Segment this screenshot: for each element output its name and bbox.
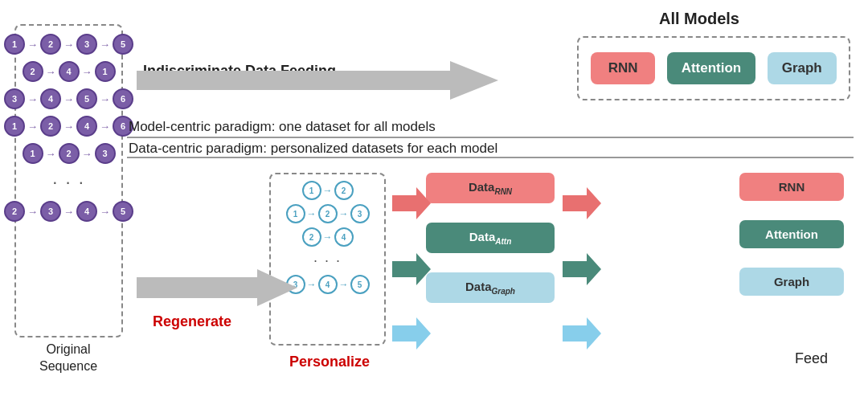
seq-row-6: 2 → 3 → 4 → 5 <box>4 201 133 222</box>
seq-arrow: → <box>100 206 110 218</box>
seq-node: 2 <box>4 201 25 222</box>
arrow-data-rnn-to-model <box>563 187 601 219</box>
p-arrow: → <box>323 185 333 196</box>
top-arrow-area: Indiscriminate Data Feeding <box>135 63 336 83</box>
seq-row-3: 3 → 4 → 5 → 6 <box>4 88 133 109</box>
arrow-to-data-rnn <box>392 187 431 219</box>
seq-arrow: → <box>63 93 74 105</box>
seq-arrow: → <box>27 39 38 51</box>
seq-node: 4 <box>76 116 97 137</box>
all-models-label: All Models <box>659 10 739 28</box>
p-seq-row-1: 1 → 2 <box>302 181 354 200</box>
seq-arrow: → <box>82 148 92 160</box>
model-rnn-box: RNN <box>591 52 655 84</box>
p-seq-row-3: 2 → 4 <box>302 227 354 247</box>
top-models-box: RNN Attention Graph <box>577 36 850 100</box>
seq-arrow: → <box>63 206 74 218</box>
p-node: 2 <box>334 181 354 200</box>
seq-node: 1 <box>4 116 25 137</box>
seq-node: 1 <box>4 34 25 55</box>
seq-node: 5 <box>76 88 97 109</box>
seq-row-5: 1 → 2 → 3 <box>23 143 116 164</box>
main-container: All Models 1 → 2 → 3 → 5 2 → 4 → 1 3 → 4… <box>0 0 868 409</box>
arrow-data-graph-to-model <box>563 317 601 350</box>
p-node: 1 <box>302 181 321 200</box>
seq-node: 1 <box>95 61 116 82</box>
seq-node: 2 <box>40 116 61 137</box>
seq-node: 2 <box>23 61 43 82</box>
seq-arrow: → <box>46 148 56 160</box>
seq-arrow: → <box>46 66 56 78</box>
seq-arrow: → <box>63 121 74 133</box>
seq-node: 5 <box>113 34 133 55</box>
p-seq-row-4: 3 → 4 → 5 <box>286 275 370 294</box>
arrow-to-data-attn <box>392 253 431 285</box>
seq-node: 2 <box>59 143 80 164</box>
seq-node: 3 <box>4 88 25 109</box>
seq-row-2: 2 → 4 → 1 <box>23 61 116 82</box>
p-node: 1 <box>286 204 305 223</box>
p-arrow: → <box>307 279 317 290</box>
p-dots: · · · <box>313 252 342 269</box>
p-node: 3 <box>286 275 305 294</box>
arrow-to-data-graph <box>392 317 431 350</box>
seq-node: 4 <box>40 88 61 109</box>
data-boxes-area: DataRNN DataAttn DataGraph <box>426 173 555 303</box>
dots: · · · <box>52 172 85 193</box>
top-arrow-label: Indiscriminate Data Feeding <box>143 63 336 80</box>
p-arrow: → <box>339 208 349 219</box>
model-rnn-bottom: RNN <box>739 173 844 201</box>
p-node: 3 <box>350 204 370 223</box>
seq-node: 4 <box>59 61 80 82</box>
p-arrow: → <box>307 208 317 219</box>
p-node: 2 <box>318 204 338 223</box>
model-graph-bottom: Graph <box>739 268 844 296</box>
personalize-label: Personalize <box>289 354 370 370</box>
seq-node: 5 <box>113 201 133 222</box>
seq-node: 2 <box>40 34 61 55</box>
seq-node: 3 <box>40 201 61 222</box>
p-node: 2 <box>302 227 321 247</box>
seq-node: 4 <box>76 201 97 222</box>
divider-top <box>127 137 854 138</box>
p-node: 4 <box>334 227 354 247</box>
arrow-data-attn-to-model <box>563 253 601 285</box>
model-attn-bottom: Attention <box>739 220 844 248</box>
seq-row-4: 1 → 2 → 4 → 6 <box>4 116 133 137</box>
regenerate-label: Regenerate <box>153 313 231 330</box>
seq-node: 1 <box>23 143 43 164</box>
p-seq-row-2: 1 → 2 → 3 <box>286 204 370 223</box>
paradigm-label-1: Model-centric paradigm: one dataset for … <box>129 119 436 135</box>
data-rnn-box: DataRNN <box>426 173 555 203</box>
seq-arrow: → <box>100 121 110 133</box>
seq-node: 6 <box>113 88 133 109</box>
seq-arrow: → <box>27 206 38 218</box>
seq-node: 3 <box>76 34 97 55</box>
model-boxes-area-bottom: RNN Attention Graph <box>739 173 844 296</box>
p-arrow: → <box>339 279 349 290</box>
paradigm-label-2: Data-centric paradigm: personalized data… <box>129 141 497 157</box>
seq-arrow: → <box>100 39 110 51</box>
model-graph-box: Graph <box>768 52 837 84</box>
feed-label: Feed <box>795 350 828 367</box>
data-attn-box: DataAttn <box>426 223 555 253</box>
seq-arrow: → <box>27 121 38 133</box>
divider-mid <box>127 157 854 158</box>
p-node: 5 <box>350 275 370 294</box>
seq-arrow: → <box>100 93 110 105</box>
data-graph-box: DataGraph <box>426 272 555 303</box>
seq-arrow: → <box>27 93 38 105</box>
seq-row-1: 1 → 2 → 3 → 5 <box>4 34 133 55</box>
seq-arrow: → <box>82 66 92 78</box>
model-attention-box: Attention <box>667 52 756 84</box>
p-arrow: → <box>323 231 333 243</box>
original-sequence-box: 1 → 2 → 3 → 5 2 → 4 → 1 3 → 4 → 5 → 6 1 <box>14 24 123 337</box>
personalized-box: 1 → 2 1 → 2 → 3 2 → 4 · · · 3 → 4 → 5 <box>269 173 386 346</box>
original-sequence-title: OriginalSequence <box>24 342 113 375</box>
seq-arrow: → <box>63 39 74 51</box>
p-node: 4 <box>318 275 338 294</box>
seq-node: 3 <box>95 143 116 164</box>
